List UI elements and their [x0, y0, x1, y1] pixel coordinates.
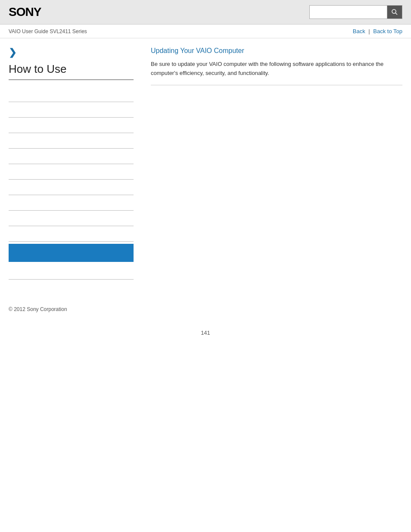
list-item[interactable]	[9, 164, 134, 180]
search-input[interactable]	[309, 5, 387, 19]
sidebar: ❯ How to Use	[9, 47, 142, 280]
list-item[interactable]	[9, 102, 134, 118]
back-link[interactable]: Back	[353, 28, 365, 34]
separator: |	[368, 28, 370, 34]
content-area: Updating Your VAIO Computer Be sure to u…	[142, 47, 402, 280]
list-item[interactable]	[9, 264, 134, 280]
nav-bar: VAIO User Guide SVL2411 Series Back | Ba…	[0, 25, 411, 38]
sidebar-title: How to Use	[9, 62, 134, 80]
back-to-top-link[interactable]: Back to Top	[373, 28, 402, 34]
search-button[interactable]	[387, 5, 402, 19]
sony-logo: SONY	[9, 5, 41, 19]
list-item[interactable]	[9, 195, 134, 211]
list-item[interactable]	[9, 87, 134, 102]
nav-links: Back | Back to Top	[353, 28, 402, 34]
list-item[interactable]	[9, 133, 134, 149]
list-item[interactable]	[9, 180, 134, 195]
header: SONY	[0, 0, 411, 25]
page-number: 141	[0, 330, 411, 345]
copyright-text: © 2012 Sony Corporation	[9, 306, 67, 312]
list-item[interactable]	[9, 211, 134, 226]
svg-point-0	[392, 9, 396, 13]
list-item[interactable]	[9, 149, 134, 164]
article-title-link[interactable]: Updating Your VAIO Computer	[151, 47, 402, 55]
list-item[interactable]	[9, 226, 134, 242]
main-content: ❯ How to Use	[0, 38, 411, 288]
article-description: Be sure to update your VAIO computer wit…	[151, 60, 402, 85]
breadcrumb: VAIO User Guide SVL2411 Series	[9, 28, 87, 34]
search-icon	[391, 9, 398, 16]
sidebar-arrow: ❯	[9, 47, 134, 58]
svg-line-1	[395, 13, 397, 15]
footer: © 2012 Sony Corporation	[0, 297, 411, 321]
search-area	[309, 5, 402, 19]
list-item[interactable]	[9, 118, 134, 133]
sidebar-highlight-item[interactable]	[9, 244, 134, 262]
